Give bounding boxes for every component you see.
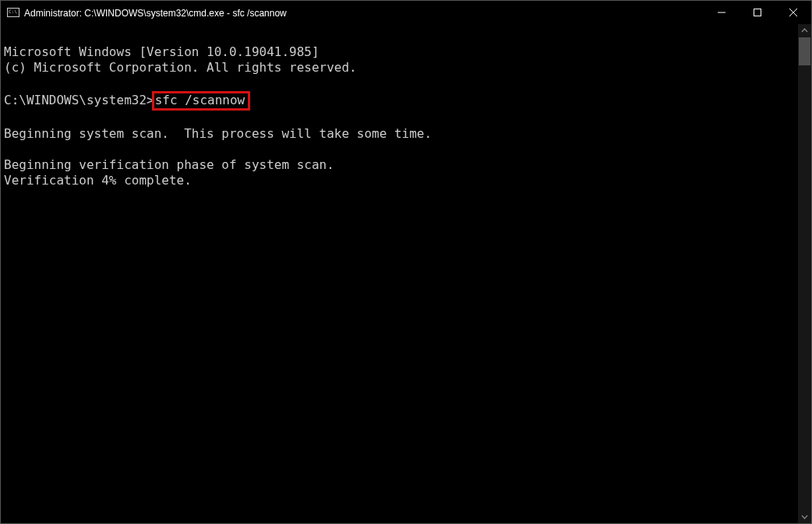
scrollbar-track[interactable] xyxy=(798,37,811,510)
blank-line xyxy=(4,142,12,156)
version-line: Microsoft Windows [Version 10.0.19041.98… xyxy=(4,44,320,59)
svg-rect-2 xyxy=(754,9,761,16)
minimize-button[interactable] xyxy=(704,1,740,24)
scroll-up-button[interactable] xyxy=(798,24,811,37)
close-button[interactable] xyxy=(775,1,811,24)
copyright-line: (c) Microsoft Corporation. All rights re… xyxy=(4,60,357,75)
window-title: Administrator: C:\WINDOWS\system32\cmd.e… xyxy=(24,7,287,19)
maximize-button[interactable] xyxy=(740,1,775,24)
prompt-text: C:\WINDOWS\system32> xyxy=(4,93,154,107)
scroll-down-button[interactable] xyxy=(798,510,811,523)
blank-line xyxy=(4,111,12,125)
verify-begin-line: Beginning verification phase of system s… xyxy=(4,157,334,172)
vertical-scrollbar[interactable] xyxy=(798,24,811,523)
console-output[interactable]: Microsoft Windows [Version 10.0.19041.98… xyxy=(1,24,798,523)
scrollbar-thumb[interactable] xyxy=(799,37,810,65)
svg-text:C:\: C:\ xyxy=(9,9,17,14)
highlighted-command: sfc /scannow xyxy=(152,91,251,111)
cmd-window: C:\ Administrator: C:\WINDOWS\system32\c… xyxy=(0,0,812,524)
client-area: Microsoft Windows [Version 10.0.19041.98… xyxy=(1,24,811,523)
verify-progress-line: Verification 4% complete. xyxy=(4,173,192,188)
titlebar[interactable]: C:\ Administrator: C:\WINDOWS\system32\c… xyxy=(1,1,811,24)
scan-begin-line: Beginning system scan. This process will… xyxy=(4,126,432,141)
blank-line xyxy=(4,76,12,90)
cmd-icon: C:\ xyxy=(7,6,19,19)
prompt-line: C:\WINDOWS\system32>sfc /scannow xyxy=(4,93,250,107)
